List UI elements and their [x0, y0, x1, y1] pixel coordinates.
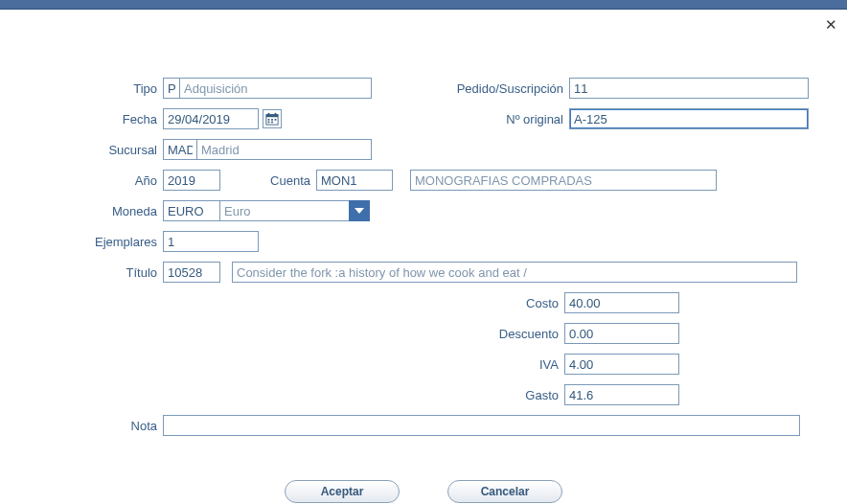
ejemplares-label: Ejemplares: [38, 235, 163, 249]
nota-label: Nota: [38, 419, 163, 433]
iva-input[interactable]: [564, 354, 679, 375]
pedido-input[interactable]: [569, 78, 809, 99]
aceptar-button[interactable]: Aceptar: [285, 480, 400, 503]
svg-rect-7: [268, 122, 270, 124]
gasto-label: Gasto: [469, 388, 564, 402]
svg-rect-3: [275, 113, 277, 116]
titlebar: [0, 0, 847, 10]
form: Tipo Pedido/Suscripción Fecha Nº origina…: [0, 10, 847, 504]
descuento-label: Descuento: [469, 327, 564, 341]
titulo-label: Título: [38, 265, 163, 280]
pedido-label: Pedido/Suscripción: [435, 81, 569, 96]
sucursal-label: Sucursal: [38, 143, 163, 157]
sucursal-desc: [197, 139, 372, 160]
cuenta-code-input[interactable]: [316, 170, 393, 191]
calendar-icon[interactable]: [263, 109, 282, 128]
titulo-desc: [232, 262, 797, 283]
moneda-desc: [220, 200, 350, 221]
cuenta-label: Cuenta: [220, 173, 316, 188]
sucursal-code-input[interactable]: [163, 139, 197, 160]
costo-input[interactable]: [564, 292, 679, 313]
moneda-label: Moneda: [38, 204, 163, 218]
svg-rect-6: [275, 119, 277, 121]
chevron-down-icon[interactable]: [349, 200, 370, 221]
titulo-id-input[interactable]: [163, 262, 220, 283]
ejemplares-input[interactable]: [163, 231, 259, 252]
descuento-input[interactable]: [564, 323, 679, 344]
iva-label: IVA: [469, 357, 564, 372]
cancelar-button[interactable]: Cancelar: [447, 480, 562, 503]
moneda-code-input[interactable]: [163, 200, 220, 221]
nota-input[interactable]: [163, 415, 800, 436]
svg-rect-2: [268, 113, 270, 116]
tipo-label: Tipo: [38, 81, 163, 96]
ano-label: Año: [38, 173, 163, 188]
close-icon[interactable]: ✕: [825, 17, 837, 32]
gasto-input[interactable]: [564, 384, 679, 405]
noriginal-input[interactable]: [569, 108, 809, 129]
noriginal-label: Nº original: [435, 112, 569, 126]
svg-marker-9: [355, 208, 364, 214]
fecha-label: Fecha: [38, 112, 163, 126]
tipo-code-input[interactable]: [163, 78, 180, 99]
svg-rect-8: [271, 122, 273, 124]
tipo-desc: [180, 78, 372, 99]
ano-input[interactable]: [163, 170, 220, 191]
fecha-input[interactable]: [163, 108, 259, 129]
costo-label: Costo: [469, 296, 564, 310]
svg-rect-4: [268, 119, 270, 121]
cuenta-desc: [410, 170, 717, 191]
svg-rect-5: [271, 119, 273, 121]
